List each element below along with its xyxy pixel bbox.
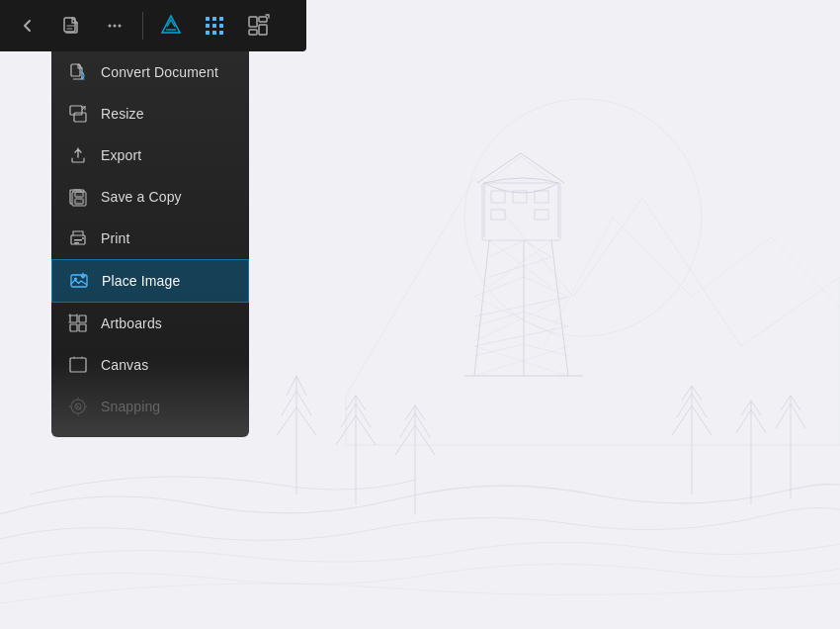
menu-item-resize[interactable]: Resize <box>51 93 249 135</box>
svg-rect-27 <box>71 64 80 76</box>
svg-rect-6 <box>535 210 548 220</box>
svg-point-11 <box>114 25 117 28</box>
svg-point-12 <box>119 25 122 28</box>
snapping-label: Snapping <box>101 399 160 414</box>
resize-label: Resize <box>101 106 144 122</box>
svg-point-39 <box>82 237 84 239</box>
menu-item-snapping[interactable]: Snapping <box>51 386 249 427</box>
svg-rect-26 <box>249 30 257 35</box>
svg-rect-42 <box>70 315 77 322</box>
svg-point-10 <box>109 25 112 28</box>
svg-rect-23 <box>249 17 257 27</box>
layout-button[interactable] <box>238 6 278 45</box>
place-image-label: Place Image <box>102 273 180 289</box>
svg-rect-22 <box>219 31 223 35</box>
svg-rect-29 <box>74 113 86 122</box>
save-copy-label: Save a Copy <box>101 189 182 205</box>
menu-item-save-copy[interactable]: Save a Copy <box>51 176 249 218</box>
svg-rect-4 <box>535 191 548 203</box>
svg-rect-43 <box>79 315 86 322</box>
more-button[interactable] <box>95 6 134 45</box>
svg-rect-50 <box>70 358 86 372</box>
svg-rect-38 <box>74 242 79 244</box>
convert-document-label: Convert Document <box>101 64 218 80</box>
toolbar-divider-1 <box>142 12 143 40</box>
export-label: Export <box>101 147 141 163</box>
convert-document-icon <box>67 61 89 83</box>
print-icon <box>67 227 89 249</box>
canvas-icon <box>67 354 89 376</box>
save-copy-icon <box>67 186 89 208</box>
export-icon <box>67 144 89 166</box>
svg-rect-14 <box>206 17 210 21</box>
menu-item-artboards[interactable]: Artboards <box>51 303 249 344</box>
print-label: Print <box>101 230 130 246</box>
document-button[interactable] <box>51 6 91 45</box>
svg-rect-5 <box>491 210 505 220</box>
snapping-icon <box>67 396 89 417</box>
canvas-label: Canvas <box>101 357 148 373</box>
affinity-button[interactable] <box>151 6 191 45</box>
menu-item-canvas[interactable]: Canvas <box>51 344 249 386</box>
svg-rect-45 <box>79 324 86 331</box>
resize-icon <box>67 103 89 125</box>
menu-item-place-image[interactable]: Place Image <box>51 259 249 303</box>
back-button[interactable] <box>8 6 47 45</box>
svg-point-0 <box>464 99 702 336</box>
svg-rect-17 <box>206 24 210 28</box>
top-toolbar <box>0 0 306 51</box>
dropdown-menu: Convert Document Resize Export <box>51 51 249 437</box>
artboards-icon <box>67 313 89 334</box>
svg-rect-28 <box>70 106 82 115</box>
svg-rect-44 <box>70 324 77 331</box>
svg-rect-21 <box>212 31 216 35</box>
svg-rect-20 <box>206 31 210 35</box>
svg-rect-15 <box>212 17 216 21</box>
artboards-label: Artboards <box>101 315 162 331</box>
svg-rect-19 <box>219 24 223 28</box>
menu-item-print[interactable]: Print <box>51 218 249 259</box>
menu-item-export[interactable]: Export <box>51 135 249 176</box>
grid-button[interactable] <box>195 6 234 45</box>
svg-rect-37 <box>74 239 82 241</box>
svg-rect-25 <box>259 25 267 35</box>
menu-item-convert-document[interactable]: Convert Document <box>51 51 249 93</box>
svg-rect-24 <box>259 17 267 22</box>
svg-rect-16 <box>219 17 223 21</box>
svg-rect-18 <box>212 24 216 28</box>
place-image-icon <box>68 270 90 292</box>
